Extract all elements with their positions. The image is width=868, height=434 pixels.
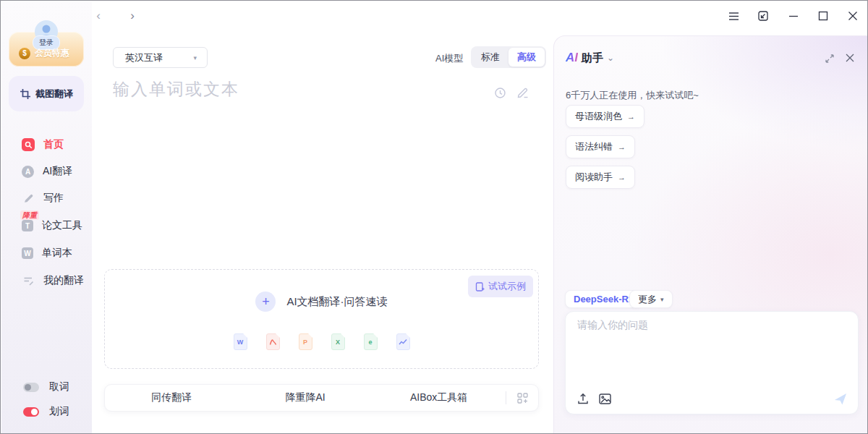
chevron-down-icon[interactable]: ⌄ (607, 53, 614, 63)
maximize-icon[interactable] (817, 9, 830, 22)
ai-logo: AI (566, 51, 578, 65)
bottom-tools-bar: 同传翻译 降重降AI AIBox工具箱 (104, 384, 539, 412)
sidebar-item-writing[interactable]: 写作 (22, 191, 64, 205)
history-icon[interactable] (493, 85, 507, 100)
capture-word-label: 取词 (49, 380, 69, 393)
crop-icon (20, 88, 31, 100)
action-label: 母语级润色 (575, 110, 622, 123)
word-file-icon: W (234, 333, 247, 350)
paper-tools-badge: 降重 (20, 210, 39, 220)
forward-icon[interactable]: › (126, 9, 139, 22)
assistant-question-input[interactable] (577, 319, 848, 388)
member-offer-row[interactable]: $ 会员特惠 (19, 47, 69, 59)
my-translations-icon (22, 274, 35, 287)
tool-reduce-ai[interactable]: 降重降AI (239, 391, 373, 404)
action-reading-button[interactable]: 阅读助手 → (566, 166, 635, 189)
expand-panel-icon[interactable] (823, 52, 836, 65)
sidebar-item-paper-tools[interactable]: T 论文工具 (22, 218, 82, 233)
assistant-title: 助手 (582, 51, 603, 65)
image-upload-icon[interactable] (597, 391, 612, 406)
document-drop-zone[interactable]: 试试示例 + AI文档翻译·问答速读 W P X e (104, 269, 539, 369)
capture-word-toggle[interactable] (23, 383, 39, 392)
action-label: 阅读助手 (575, 171, 613, 184)
select-word-toggle[interactable] (23, 407, 39, 417)
upload-file-icon[interactable] (576, 391, 590, 406)
wordbook-icon: W (22, 247, 33, 259)
assistant-header[interactable]: AI 助手 ⌄ (566, 51, 614, 65)
supported-file-types: W P X e (105, 333, 538, 350)
assistant-input-card (565, 311, 859, 414)
more-tools-button[interactable] (506, 393, 538, 404)
grid-plus-icon (517, 393, 528, 404)
sidebar-item-wordbook[interactable]: W 单词本 (22, 246, 72, 260)
tool-simultaneous-translate[interactable]: 同传翻译 (105, 391, 239, 404)
translate-input[interactable] (113, 76, 424, 102)
chevron-down-icon: ▾ (660, 296, 664, 303)
screenshot-translate-label: 截图翻译 (35, 88, 73, 101)
minimize-icon[interactable] (787, 9, 800, 22)
ai-model-label: AI模型 (435, 52, 463, 65)
sidebar-item-label: 我的翻译 (43, 274, 84, 287)
ai-assistant-panel: AI 助手 ⌄ 6千万人正在使用，快来试试吧~ 母语级润色 → 语法纠错 → 阅… (553, 35, 868, 434)
close-panel-icon[interactable] (843, 51, 856, 64)
sidebar-item-home[interactable]: 首页 (22, 137, 64, 152)
arrow-right-icon: → (618, 173, 626, 182)
sidebar-item-label: AI翻译 (43, 165, 72, 178)
add-document-button[interactable]: + (255, 292, 276, 312)
mini-mode-icon[interactable] (757, 9, 770, 22)
pdf-file-icon (266, 333, 280, 350)
ai-translate-icon: A (22, 166, 34, 178)
model-chip-label: DeepSeek-R1 (574, 294, 634, 305)
tab-standard[interactable]: 标准 (472, 48, 509, 67)
document-plus-icon (475, 282, 485, 292)
action-polish-button[interactable]: 母语级润色 → (566, 105, 644, 128)
capture-word-toggle-row: 取词 (23, 380, 69, 393)
tool-aibox[interactable]: AIBox工具箱 (372, 391, 506, 404)
home-icon (22, 138, 35, 151)
sidebar-item-label: 论文工具 (42, 219, 82, 232)
language-selector[interactable]: 英汉互译 ▾ (113, 47, 208, 68)
member-offer-label: 会员特惠 (35, 47, 69, 59)
app-window: ‹ › 登录 $ 会员特惠 截图翻译 首页 (0, 0, 868, 434)
sidebar-item-my-translations[interactable]: 我的翻译 (22, 273, 84, 288)
more-chip-label: 更多 (638, 293, 657, 306)
select-word-toggle-row: 划词 (23, 405, 69, 418)
screenshot-translate-button[interactable]: 截图翻译 (9, 76, 84, 111)
tab-advanced[interactable]: 高级 (509, 48, 545, 67)
language-selector-value: 英汉互译 (125, 51, 163, 64)
sidebar-item-label: 单词本 (42, 247, 72, 260)
arrow-right-icon: → (618, 142, 626, 151)
arrow-right-icon: → (627, 112, 635, 121)
model-segmented-control: 标准 高级 (471, 46, 546, 68)
close-window-icon[interactable] (846, 9, 859, 22)
menu-icon[interactable] (727, 9, 740, 22)
sidebar: 登录 $ 会员特惠 截图翻译 首页 A AI翻译 写作 降重 T (1, 1, 92, 434)
member-badge-icon: $ (19, 48, 30, 59)
excel-file-icon: X (331, 333, 345, 350)
back-icon[interactable]: ‹ (92, 9, 105, 22)
pencil-icon (22, 192, 35, 205)
doc-translate-title: AI文档翻译·问答速读 (286, 295, 387, 309)
action-label: 语法纠错 (575, 140, 613, 153)
paper-tools-icon: T (22, 220, 33, 231)
chevron-down-icon: ▾ (193, 54, 197, 61)
sidebar-item-label: 首页 (43, 138, 64, 151)
send-icon[interactable] (833, 391, 848, 406)
action-grammar-button[interactable]: 语法纠错 → (566, 135, 635, 158)
ebook-file-icon: e (364, 333, 378, 350)
select-word-label: 划词 (49, 405, 69, 418)
sidebar-item-label: 写作 (43, 192, 64, 205)
edit-icon[interactable] (516, 85, 530, 100)
assistant-tagline: 6千万人正在使用，快来试试吧~ (566, 89, 699, 102)
sidebar-item-ai-translate[interactable]: A AI翻译 (22, 164, 72, 179)
ppt-file-icon: P (299, 333, 312, 350)
chart-file-icon (396, 333, 410, 350)
more-models-chip[interactable]: 更多 ▾ (629, 290, 673, 308)
